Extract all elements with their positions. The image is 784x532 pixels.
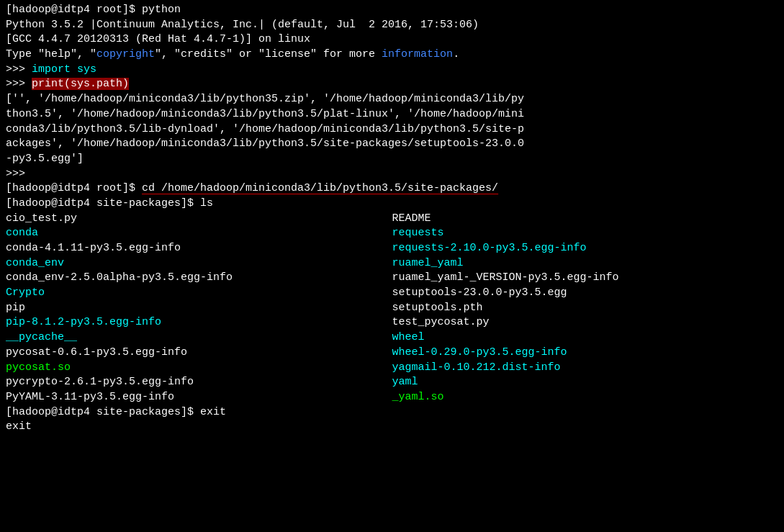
terminal-line: exit [6, 420, 392, 435]
ls-col-left: cio_test.py conda conda-4.1.11-py3.5.egg… [6, 212, 392, 435]
ls-item: pycosat.so [6, 361, 392, 376]
ls-item: yaml [392, 375, 779, 390]
terminal-line: [hadoop@idtp4 site-packages]$ ls [6, 197, 778, 212]
terminal-line: Type "help", "copyright", "credits" or "… [6, 48, 778, 63]
terminal-line: ['', '/home/hadoop/miniconda3/lib/python… [6, 92, 778, 107]
ls-item: __pycache__ [6, 330, 392, 346]
ls-item: yagmail-0.10.212.dist-info [392, 361, 779, 376]
terminal-line: [hadoop@idtp4 site-packages]$ exit [6, 405, 392, 420]
terminal-line: [hadoop@idtp4 root]$ cd /home/hadoop/min… [6, 181, 778, 197]
ls-col-right: README requests requests-2.10.0-py3.5.eg… [392, 212, 779, 435]
ls-item: test_pycosat.py [392, 315, 779, 330]
ls-item: cio_test.py [6, 212, 392, 227]
ls-item: PyYAML-3.11-py3.5.egg-info [6, 390, 392, 405]
terminal-line: >>> print(sys.path) [6, 77, 778, 92]
ls-item: requests-2.10.0-py3.5.egg-info [392, 241, 779, 256]
terminal-line: [hadoop@idtp4 root]$ python [6, 3, 778, 18]
ls-item: ruamel_yaml-_VERSION-py3.5.egg-info [392, 271, 779, 286]
terminal-line: >>> import sys [6, 63, 778, 78]
ls-item: README [392, 212, 779, 227]
ls-item-crypto: Crypto [6, 286, 392, 301]
terminal-line: [GCC 4.4.7 20120313 (Red Hat 4.4.7-1)] o… [6, 32, 778, 48]
ls-item: pip-8.1.2-py3.5.egg-info [6, 315, 392, 330]
terminal: [hadoop@idtp4 root]$ python Python 3.5.2… [6, 3, 778, 435]
terminal-line: >>> [6, 167, 778, 182]
ls-item: wheel [392, 330, 779, 346]
terminal-line: conda3/lib/python3.5/lib-dynload', '/hom… [6, 122, 778, 137]
ls-item: conda_env [6, 256, 392, 271]
ls-item: conda [6, 226, 392, 241]
terminal-line: ackages', '/home/hadoop/miniconda3/lib/p… [6, 137, 778, 152]
terminal-line: thon3.5', '/home/hadoop/miniconda3/lib/p… [6, 107, 778, 122]
ls-item: wheel-0.29.0-py3.5.egg-info [392, 346, 779, 361]
ls-item: requests [392, 226, 779, 241]
ls-output: cio_test.py conda conda-4.1.11-py3.5.egg… [6, 212, 778, 435]
ls-item: pycosat-0.6.1-py3.5.egg-info [6, 346, 392, 361]
terminal-line: Python 3.5.2 |Continuum Analytics, Inc.|… [6, 18, 778, 33]
ls-item: conda_env-2.5.0alpha-py3.5.egg-info [6, 271, 392, 286]
ls-item: setuptools.pth [392, 301, 779, 316]
ls-item: pip [6, 301, 392, 316]
terminal-line: -py3.5.egg'] [6, 152, 778, 167]
ls-item: _yaml.so [392, 390, 779, 405]
ls-item: setuptools-23.0.0-py3.5.egg [392, 286, 779, 301]
ls-item: pycrypto-2.6.1-py3.5.egg-info [6, 375, 392, 390]
ls-item: ruamel_yaml [392, 256, 779, 271]
ls-item: conda-4.1.11-py3.5.egg-info [6, 241, 392, 256]
